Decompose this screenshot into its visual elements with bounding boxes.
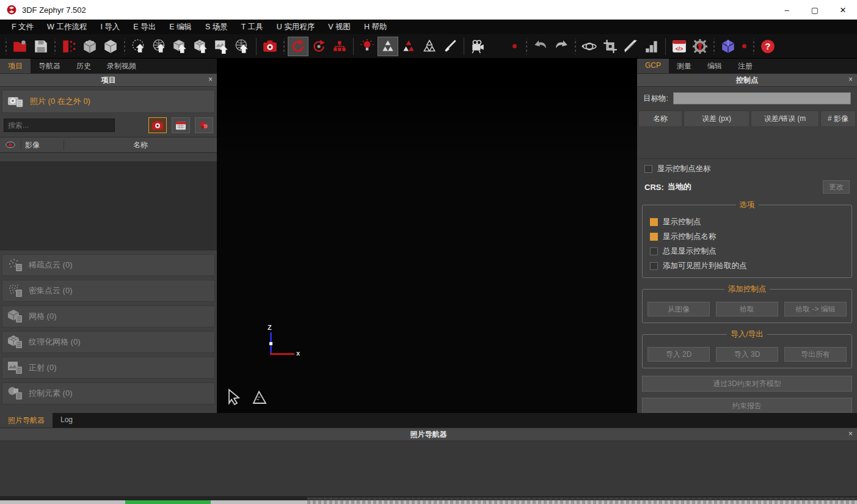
redo-icon[interactable] xyxy=(551,37,572,56)
rotate-tool-icon[interactable] xyxy=(288,37,308,56)
unity-export-icon[interactable] xyxy=(718,37,738,56)
close-panel-icon[interactable]: × xyxy=(848,429,853,438)
menu-tools[interactable]: T 工具 xyxy=(235,20,270,34)
dense-cloud-item[interactable]: 密集点云 (0) xyxy=(2,280,215,302)
levels-tool-icon[interactable] xyxy=(641,37,662,56)
orthophoto-item[interactable]: 正射 (0) xyxy=(2,357,215,379)
menu-file[interactable]: F 文件 xyxy=(5,20,40,34)
from-images-button[interactable]: 从图像 xyxy=(647,302,710,316)
show-cp-names-row[interactable]: 显示控制点名称 xyxy=(650,232,844,242)
rotate-around-point-icon[interactable] xyxy=(308,37,329,56)
column-name[interactable]: 名称 xyxy=(64,140,217,150)
orbit-camera-icon[interactable] xyxy=(579,37,600,56)
constraints-report-button[interactable]: 约束报告 xyxy=(642,398,852,414)
tab-navigator[interactable]: 导航器 xyxy=(31,59,68,73)
menu-utilities[interactable]: U 实用程序 xyxy=(270,20,322,34)
control-elements-item[interactable]: 控制元素 (0) xyxy=(2,382,215,404)
paint-tool-icon[interactable] xyxy=(440,37,461,56)
import-3d-button[interactable]: 导入 3D xyxy=(716,347,778,362)
menu-view[interactable]: V 视图 xyxy=(321,20,357,34)
minimize-button[interactable]: – xyxy=(773,0,801,20)
export-dense-cloud-icon[interactable] xyxy=(170,37,191,56)
undo-icon[interactable] xyxy=(530,37,551,56)
mesh-solid-view-icon[interactable] xyxy=(377,37,398,56)
always-show-cp-row[interactable]: 总是显示控制点 xyxy=(650,246,844,257)
save-project-icon[interactable] xyxy=(31,37,51,56)
checkbox-unchecked[interactable] xyxy=(650,262,658,270)
sparse-cloud-label: 稀疏点云 (0) xyxy=(29,260,73,271)
textured-mesh-item[interactable]: 纹理化网格 (0) xyxy=(2,331,215,353)
import-photos-icon[interactable] xyxy=(260,37,280,56)
crs-change-button[interactable]: 更改 xyxy=(823,180,850,194)
photos-item[interactable]: 照片 (0 在之外 0) xyxy=(2,90,215,113)
project-panel-header: 项目 × xyxy=(0,73,217,87)
column-error-m[interactable]: 误差/错误 (m xyxy=(751,111,819,127)
menu-workflow[interactable]: W 工作流程 xyxy=(40,20,93,34)
open-project-icon[interactable] xyxy=(10,37,31,56)
close-button[interactable]: ✕ xyxy=(829,0,857,20)
render-viewport[interactable]: Z x xyxy=(217,59,637,413)
export-all-button[interactable]: 导出所有 xyxy=(784,347,847,362)
pick-edit-button[interactable]: 拾取 -> 编辑 xyxy=(784,302,847,316)
import-2d-button[interactable]: 导入 2D xyxy=(647,347,710,362)
mesh-generation-icon[interactable] xyxy=(100,37,121,56)
column-images[interactable]: 影像 xyxy=(21,140,64,150)
align-model-button[interactable]: 通过3D约束对齐模型 xyxy=(642,376,852,392)
measure-tool-icon[interactable] xyxy=(621,37,641,56)
checkbox-checked[interactable] xyxy=(650,233,658,241)
tab-photo-navigator[interactable]: 照片导航器 xyxy=(0,413,53,428)
tab-gcp[interactable]: GCP xyxy=(637,59,669,73)
export-orthophoto-icon[interactable] xyxy=(211,37,232,56)
visibility-eye-icon[interactable] xyxy=(0,141,21,148)
show-control-points-row[interactable]: 显示控制点 xyxy=(650,217,844,227)
filter-groups-button[interactable] xyxy=(195,117,213,133)
show-coordinates-checkbox-row[interactable]: 显示控制点坐标 xyxy=(644,164,850,174)
target-input[interactable] xyxy=(673,92,851,104)
checkbox-unchecked[interactable] xyxy=(650,247,658,255)
tab-project[interactable]: 项目 xyxy=(0,59,31,73)
menu-help[interactable]: H 帮助 xyxy=(357,20,394,34)
filter-cameras-button[interactable] xyxy=(148,117,167,133)
control-points-tool-icon[interactable] xyxy=(329,37,350,56)
checkbox-checked[interactable] xyxy=(650,218,658,226)
export-panorama-icon[interactable] xyxy=(149,37,170,56)
scripting-console-icon[interactable]: </> xyxy=(669,37,690,56)
cameras-orientation-icon[interactable] xyxy=(59,37,79,56)
help-icon[interactable]: ? xyxy=(757,37,778,56)
menu-scene[interactable]: S 场景 xyxy=(199,20,235,34)
tab-editing[interactable]: 编辑 xyxy=(699,59,730,73)
tab-measure[interactable]: 测量 xyxy=(669,59,699,73)
filter-date-button[interactable] xyxy=(172,117,190,133)
column-error-px[interactable]: 误差 (px) xyxy=(684,111,749,127)
menu-import[interactable]: I 导入 xyxy=(93,20,126,34)
record-animation-icon[interactable] xyxy=(467,37,488,56)
search-input[interactable] xyxy=(4,119,115,132)
checkbox-unchecked[interactable] xyxy=(644,165,652,173)
crop-view-icon[interactable] xyxy=(600,37,621,56)
close-panel-icon[interactable]: × xyxy=(848,75,853,84)
settings-gear-icon[interactable] xyxy=(690,37,710,56)
mesh-wireframe-view-icon[interactable] xyxy=(419,37,440,56)
add-visible-photos-row[interactable]: 添加可见照片到拾取的点 xyxy=(650,261,844,271)
export-globe-icon[interactable] xyxy=(232,37,253,56)
sparse-point-cloud-icon[interactable] xyxy=(79,37,100,56)
mesh-textured-view-icon[interactable] xyxy=(398,37,419,56)
close-panel-icon[interactable]: × xyxy=(208,75,213,84)
tab-log[interactable]: Log xyxy=(53,413,81,428)
export-mesh-icon[interactable] xyxy=(191,37,211,56)
tab-history[interactable]: 历史 xyxy=(68,59,99,73)
tab-registration[interactable]: 注册 xyxy=(730,59,760,73)
column-num-images[interactable]: # 影像 xyxy=(820,111,856,127)
tab-record-video[interactable]: 录制视频 xyxy=(99,59,144,73)
pick-button[interactable]: 拾取 xyxy=(716,302,778,316)
menu-export[interactable]: E 导出 xyxy=(126,20,162,34)
measure-triangle-icon[interactable] xyxy=(251,389,269,406)
column-name[interactable]: 名称 xyxy=(638,111,682,127)
export-sparse-cloud-icon[interactable] xyxy=(128,37,149,56)
select-cursor-icon[interactable] xyxy=(225,389,244,406)
sparse-cloud-item[interactable]: 稀疏点云 (0) xyxy=(2,254,215,276)
menu-edit[interactable]: E 编辑 xyxy=(162,20,199,34)
lighting-icon[interactable] xyxy=(357,37,377,56)
maximize-button[interactable]: ▢ xyxy=(801,0,829,20)
mesh-item[interactable]: 网格 (0) xyxy=(2,305,215,327)
